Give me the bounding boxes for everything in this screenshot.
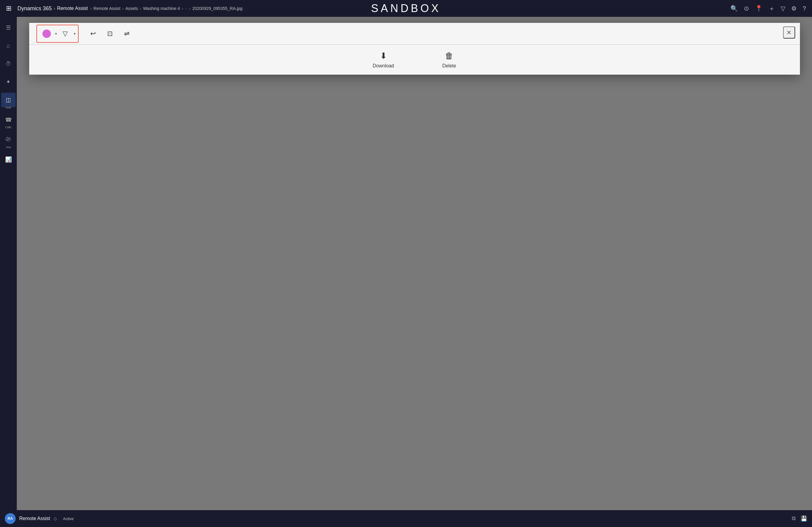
app-logo[interactable]: Dynamics 365 <box>17 5 52 12</box>
breadcrumb-assets[interactable]: Assets <box>125 6 138 11</box>
sidebar-analytics-label: Ana <box>6 146 11 149</box>
sidebar-calls-label: Calls <box>5 126 11 129</box>
status-active-badge: Active <box>63 516 73 521</box>
image-viewer-modal: ✕ ▾ ▽ ▾ ↩ ⊡ ⇌ <box>29 23 800 75</box>
status-diamond-icon: ◇ <box>54 516 57 521</box>
status-avatar: RA <box>5 513 16 524</box>
delete-button[interactable]: 🗑 Delete <box>436 48 462 71</box>
help-icon[interactable]: ? <box>803 5 806 12</box>
nav-action-buttons: 🔍 ⊙ 📍 ＋ ▽ ⚙ ? <box>730 4 806 13</box>
breadcrumb-more-icon[interactable]: ·· <box>185 6 187 11</box>
filter-icon[interactable]: ▽ <box>781 5 785 12</box>
sidebar-reports-icon[interactable]: 📊 <box>1 152 16 167</box>
sidebar-home-icon[interactable]: ⌂ <box>1 39 16 53</box>
top-navigation: ⊞ Dynamics 365 › Remote Assist › Remote … <box>0 0 812 17</box>
breadcrumb-sep-2: › <box>122 6 124 11</box>
status-save-icon[interactable]: 💾 <box>800 515 807 522</box>
search-icon[interactable]: 🔍 <box>730 5 738 12</box>
color-chevron-icon[interactable]: ▾ <box>55 32 57 36</box>
breadcrumb-remote-assist[interactable]: Remote Assist <box>93 6 120 11</box>
download-icon: ⬇ <box>380 51 387 61</box>
sidebar-group-calls: ☎ Calls <box>0 111 17 130</box>
sidebar-group-menu: ☰ <box>0 19 17 36</box>
modal-overlay: ✕ ▾ ▽ ▾ ↩ ⊡ ⇌ <box>17 17 812 527</box>
breadcrumb-sep-5: › <box>189 6 191 11</box>
sidebar-assets-label: Asse <box>5 106 11 109</box>
download-button[interactable]: ⬇ Download <box>367 48 400 71</box>
sandbox-label: SANDBOX <box>371 2 441 15</box>
sidebar-pin-icon[interactable]: ✦ <box>1 75 16 89</box>
sidebar-group-pinned: ✦ <box>0 73 17 90</box>
sidebar-assets-icon[interactable]: ◫ <box>1 93 16 107</box>
crop-button[interactable]: ⊡ <box>103 27 117 41</box>
delete-icon: 🗑 <box>445 51 453 61</box>
main-layout: ☰ ⌂ ⏱ ✦ ◫ Asse ☎ Calls 〄 Ana 📊 RA <box>0 17 812 527</box>
breadcrumb-sep-1: › <box>90 6 92 11</box>
status-right-actions: ⧉ 💾 <box>792 515 807 522</box>
sidebar-calls-icon[interactable]: ☎ <box>1 113 16 127</box>
breadcrumb-washing-machine[interactable]: Washing machine 4 <box>143 6 180 11</box>
breadcrumb-filename[interactable]: 20200929_095355_RA.jpg <box>192 6 243 11</box>
modal-close-button[interactable]: ✕ <box>783 27 795 39</box>
modal-toolbar: ▾ ▽ ▾ ↩ ⊡ ⇌ <box>29 23 800 45</box>
grid-menu-icon[interactable]: ⊞ <box>6 4 12 12</box>
settings-circle-icon[interactable]: ⊙ <box>744 5 749 12</box>
color-swatch <box>42 29 51 38</box>
add-icon[interactable]: ＋ <box>769 4 775 13</box>
status-avatar-text: RA <box>8 516 13 521</box>
content-area: ✕ ▾ ▽ ▾ ↩ ⊡ ⇌ <box>17 17 812 527</box>
sidebar-recent-icon[interactable]: ⏱ <box>1 57 16 71</box>
sidebar-analytics-icon[interactable]: 〄 <box>1 132 16 147</box>
filter-chevron-icon[interactable]: ▾ <box>74 32 75 36</box>
module-name[interactable]: Remote Assist <box>57 6 88 11</box>
status-window-icon[interactable]: ⧉ <box>792 515 796 522</box>
filter-button[interactable]: ▽ <box>58 27 73 41</box>
delete-label: Delete <box>442 63 456 69</box>
flip-button[interactable]: ⇌ <box>119 27 134 41</box>
sidebar-group-analytics: 〄 Ana <box>0 131 17 150</box>
gear-icon[interactable]: ⚙ <box>791 5 797 12</box>
modal-bottom-bar: ⬇ Download 🗑 Delete <box>29 45 800 75</box>
download-label: Download <box>373 63 394 69</box>
breadcrumb-sep-4: › <box>182 6 183 11</box>
sidebar-collapse-icon[interactable]: ☰ <box>1 20 16 35</box>
sidebar-group-reports: 📊 <box>0 151 17 168</box>
status-bar: RA Remote Assist ◇ Active ⧉ 💾 <box>0 510 812 527</box>
status-app-name: Remote Assist <box>19 516 50 521</box>
color-filter-group: ▾ ▽ ▾ <box>37 25 78 43</box>
sidebar-group-recent: ⏱ <box>0 55 17 72</box>
nav-chevron-1: › <box>54 6 55 11</box>
sidebar-group-assets: ◫ Asse <box>0 91 17 110</box>
left-sidebar: ☰ ⌂ ⏱ ✦ ◫ Asse ☎ Calls 〄 Ana 📊 RA <box>0 17 17 527</box>
color-picker-button[interactable] <box>40 27 54 41</box>
location-icon[interactable]: 📍 <box>755 5 763 12</box>
undo-button[interactable]: ↩ <box>86 27 100 41</box>
sidebar-group-home: ⌂ <box>0 37 17 54</box>
breadcrumb-sep-3: › <box>140 6 141 11</box>
